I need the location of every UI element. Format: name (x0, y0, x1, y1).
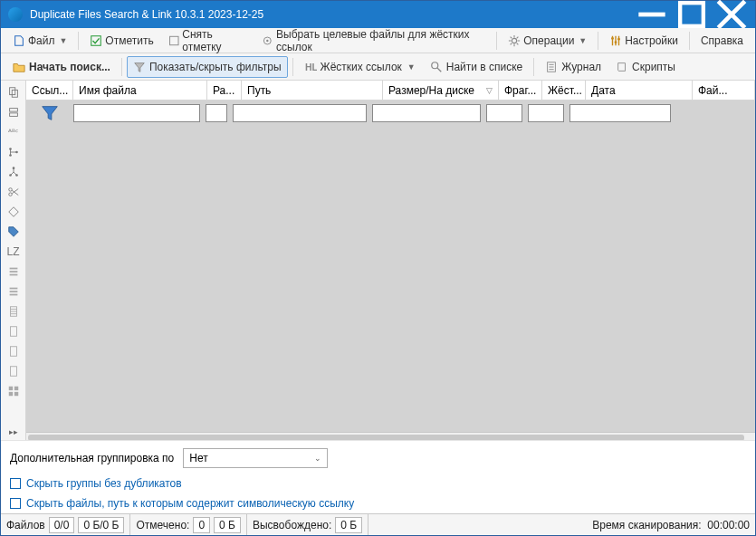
svg-rect-42 (10, 347, 16, 357)
hardlink-icon: HL (304, 61, 317, 73)
tag-icon[interactable] (4, 223, 24, 241)
col-size[interactable]: Размер/На диске▽ (383, 81, 499, 100)
funnel-icon (133, 61, 146, 73)
journal-icon (545, 61, 558, 73)
rows1-icon[interactable] (4, 263, 24, 281)
svg-rect-43 (10, 367, 16, 377)
filter-filename[interactable] (73, 104, 200, 122)
scripts-button[interactable]: Скрипты (609, 56, 682, 78)
hide-symlink-checkbox[interactable]: Скрыть файлы, путь к которым содержит си… (1, 493, 755, 513)
start-search-button[interactable]: Начать поиск... (6, 56, 117, 78)
journal-button[interactable]: Журнал (539, 56, 608, 78)
separator (533, 58, 534, 76)
copy-icon[interactable] (4, 83, 24, 101)
col-link[interactable]: Ссыл... (26, 81, 73, 100)
svg-rect-34 (9, 288, 17, 290)
col-file[interactable]: Фай... (693, 81, 755, 100)
grid4-icon[interactable] (4, 382, 24, 400)
film2-icon[interactable] (4, 322, 24, 340)
results-grid: Ссыл... Имя файла Ра... Путь Размер/На д… (26, 81, 755, 440)
col-frag[interactable]: Фраг... (499, 81, 542, 100)
toggle-filters-label: Показать/скрыть фильтры (149, 61, 282, 73)
start-search-label: Начать поиск... (29, 61, 110, 73)
hide-nodup-label: Скрыть группы без дубликатов (26, 477, 182, 490)
menu-help-label: Справка (701, 34, 743, 47)
check-icon (90, 34, 102, 47)
status-freed: Высвобождено: 0 Б (247, 514, 368, 535)
film1-icon[interactable] (4, 302, 24, 321)
menu-operations[interactable]: Операции ▼ (502, 30, 593, 52)
menu-help[interactable]: Справка (694, 30, 750, 52)
script-icon (616, 61, 628, 73)
journal-label: Журнал (561, 61, 601, 73)
film4-icon[interactable] (4, 362, 24, 380)
filter-hard[interactable] (528, 104, 564, 122)
menu-unmark-label: Снять отметку (182, 28, 247, 53)
tree-icon[interactable] (4, 143, 24, 161)
toggle-filters-button[interactable]: Показать/скрыть фильтры (127, 56, 288, 78)
find-in-list-label: Найти в списке (446, 61, 523, 73)
hide-nodup-checkbox[interactable]: Скрыть группы без дубликатов (1, 474, 755, 493)
menu-mark[interactable]: Отметить (83, 30, 159, 52)
svg-rect-41 (10, 327, 16, 337)
group-by-label: Дополнительная группировка по (10, 452, 174, 464)
menu-select-targets[interactable]: Выбрать целевые файлы для жёстких ссылок (255, 30, 492, 52)
svg-rect-4 (91, 35, 101, 45)
branch-icon[interactable] (4, 163, 24, 181)
rows2-icon[interactable] (4, 282, 24, 301)
col-ext[interactable]: Ра... (207, 81, 242, 100)
menu-select-targets-label: Выбрать целевые файлы для жёстких ссылок (276, 28, 485, 53)
menu-file[interactable]: Файл ▼ (6, 30, 73, 52)
svg-rect-36 (9, 294, 17, 296)
hardlinks-button[interactable]: HL Жёстких ссылок ▼ (298, 56, 422, 78)
filter-size[interactable] (372, 104, 481, 122)
filter-frag[interactable] (486, 104, 522, 122)
diamond-icon[interactable] (4, 203, 24, 221)
menu-settings[interactable]: Настройки (603, 30, 684, 52)
window-title: Duplicate Files Search & Link 10.3.1 202… (30, 8, 632, 21)
h-scrollbar[interactable] (26, 432, 755, 440)
gear-icon (508, 34, 521, 47)
svg-rect-35 (9, 291, 17, 292)
folder-search-icon (13, 61, 25, 73)
abc-icon[interactable]: ᴬᴮᶜ (4, 123, 24, 141)
col-hard[interactable]: Жёст... (542, 81, 586, 100)
toolbar: Начать поиск... Показать/скрыть фильтры … (1, 53, 755, 81)
group-by-select[interactable]: Нет ⌄ (183, 448, 328, 468)
main-area: ᴬᴮᶜ LZ ▸▸ Ссыл... Имя файла Ра... Путь Р… (1, 81, 755, 440)
separator (598, 32, 598, 50)
separator (78, 32, 79, 50)
menu-unmark[interactable]: Снять отметку (162, 30, 254, 52)
collapse-leftbar-icon[interactable]: ▸▸ (5, 427, 23, 436)
scissors-icon[interactable] (4, 183, 24, 201)
app-window: Duplicate Files Search & Link 10.3.1 202… (0, 0, 756, 536)
funnel-indicator (26, 103, 73, 123)
filter-row (26, 100, 755, 126)
file-icon (13, 34, 25, 47)
stack-icon[interactable] (4, 103, 24, 121)
col-path[interactable]: Путь (242, 81, 383, 100)
svg-point-10 (615, 41, 617, 43)
grid-body[interactable] (26, 126, 755, 440)
col-date[interactable]: Дата (586, 81, 693, 100)
menu-settings-label: Настройки (625, 34, 678, 47)
svg-rect-1 (680, 3, 703, 26)
svg-point-9 (611, 36, 614, 39)
find-in-list-button[interactable]: Найти в списке (424, 56, 530, 78)
svg-line-14 (437, 67, 441, 71)
svg-point-30 (8, 193, 12, 196)
filter-date[interactable] (569, 104, 671, 122)
minimize-button[interactable] (632, 1, 672, 28)
lz-icon[interactable]: LZ (4, 243, 24, 261)
column-headers: Ссыл... Имя файла Ра... Путь Размер/На д… (26, 81, 755, 100)
filter-path[interactable] (233, 104, 367, 122)
close-button[interactable] (712, 1, 751, 28)
film3-icon[interactable] (4, 342, 24, 360)
svg-rect-47 (14, 392, 17, 396)
menu-operations-label: Операции (523, 34, 574, 47)
col-filename[interactable]: Имя файла (73, 81, 207, 100)
maximize-button[interactable] (672, 1, 712, 28)
separator (496, 32, 497, 50)
filter-ext[interactable] (206, 104, 227, 122)
search-list-icon (430, 61, 443, 73)
